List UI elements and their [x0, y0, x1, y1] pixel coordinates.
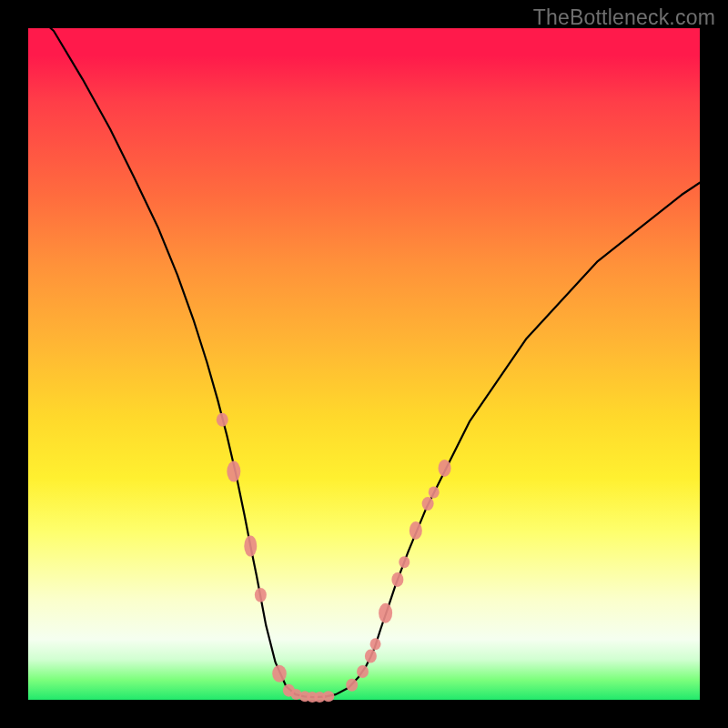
data-point [391, 572, 403, 587]
data-point [346, 679, 358, 692]
data-point [370, 638, 381, 650]
data-point [439, 460, 451, 477]
data-point [227, 461, 240, 482]
data-point [322, 691, 334, 702]
curve-left-curve [28, 8, 325, 697]
data-point [410, 521, 422, 540]
data-point [379, 603, 392, 623]
chart-svg [0, 0, 728, 728]
data-point [217, 413, 228, 427]
curve-lines [28, 8, 720, 697]
data-point [357, 665, 369, 678]
data-point [365, 650, 377, 663]
data-point [244, 536, 257, 557]
data-markers [217, 413, 451, 703]
chart-frame: TheBottleneck.com [0, 0, 728, 728]
data-point [429, 486, 440, 498]
data-point [399, 556, 410, 568]
data-point [272, 665, 287, 682]
data-point [255, 588, 267, 602]
data-point [422, 497, 434, 511]
